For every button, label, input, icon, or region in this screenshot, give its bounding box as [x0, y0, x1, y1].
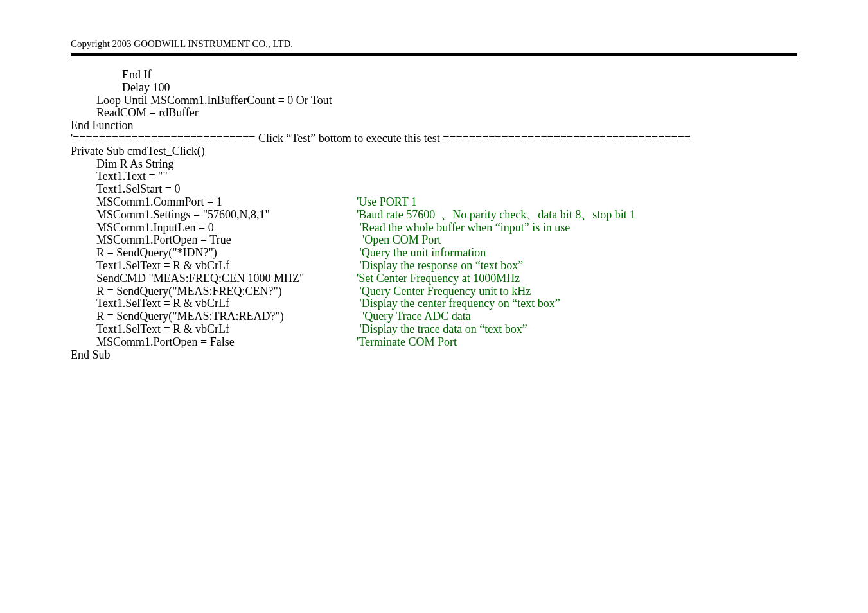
code-line: Private Sub cmdTest_Click()	[71, 145, 797, 158]
code-text: End Sub	[71, 349, 111, 362]
code-line: Text1.Text = ""	[71, 170, 797, 183]
code-line: MSComm1.CommPort = 1'Use PORT 1	[71, 196, 797, 209]
code-text: MSComm1.Settings = "57600,N,8,1"	[71, 209, 357, 222]
code-comment: 'Set Center Frequency at 1000MHz	[357, 272, 520, 285]
code-text: MSComm1.PortOpen = True	[71, 234, 357, 247]
code-text: End If	[71, 69, 151, 82]
code-text: SendCMD "MEAS:FREQ:CEN 1000 MHZ"	[71, 272, 357, 285]
code-line: SendCMD "MEAS:FREQ:CEN 1000 MHZ"'Set Cen…	[71, 272, 797, 285]
code-text: Text1.SelText = R & vbCrLf	[71, 298, 357, 310]
code-line: R = SendQuery("MEAS:FREQ:CEN?") 'Query C…	[71, 285, 797, 298]
code-line: MSComm1.PortOpen = False'Terminate COM P…	[71, 336, 797, 349]
code-comment: 'Open COM Port	[357, 234, 441, 247]
code-text: MSComm1.CommPort = 1	[71, 196, 357, 209]
code-text: R = SendQuery("*IDN?")	[71, 247, 357, 260]
code-comment: 'Query Center Frequency unit to kHz	[357, 285, 531, 298]
code-text: Text1.SelStart = 0	[71, 183, 180, 196]
code-line: Dim R As String	[71, 158, 797, 171]
code-line: MSComm1.InputLen = 0 'Read the whole buf…	[71, 222, 797, 235]
code-line: ReadCOM = rdBuffer	[71, 107, 797, 120]
code-line: End Function	[71, 120, 797, 132]
code-text: MSComm1.InputLen = 0	[71, 222, 357, 235]
code-comment: 'Query Trace ADC data	[357, 310, 471, 323]
code-comment: 'Use PORT 1	[357, 196, 417, 209]
code-block: End IfDelay 100Loop Until MSComm1.InBuff…	[71, 69, 797, 361]
code-text: Text1.SelText = R & vbCrLf	[71, 260, 357, 272]
code-text: '============================ Click “Tes…	[71, 132, 691, 145]
code-line: MSComm1.PortOpen = True 'Open COM Port	[71, 234, 797, 247]
code-text: End Function	[71, 120, 134, 132]
code-text: Delay 100	[71, 82, 170, 94]
code-comment: 'Baud rate 57600 、No parity check、data b…	[357, 209, 635, 222]
code-text: Loop Until MSComm1.InBufferCount = 0 Or …	[71, 94, 332, 107]
code-comment: 'Query the unit information	[357, 247, 486, 260]
code-text: R = SendQuery("MEAS:FREQ:CEN?")	[71, 285, 357, 298]
code-text: MSComm1.PortOpen = False	[71, 336, 357, 349]
code-comment: 'Display the center frequency on “text b…	[357, 298, 560, 310]
code-text: R = SendQuery("MEAS:TRA:READ?")	[71, 310, 357, 323]
code-line: Text1.SelText = R & vbCrLf 'Display the …	[71, 323, 797, 336]
header-rule	[71, 53, 797, 57]
code-line: Loop Until MSComm1.InBufferCount = 0 Or …	[71, 94, 797, 107]
code-text: Text1.SelText = R & vbCrLf	[71, 323, 357, 336]
code-line: Text1.SelStart = 0	[71, 183, 797, 196]
code-comment: 'Display the trace data on “text box”	[357, 323, 527, 336]
code-line: R = SendQuery("MEAS:TRA:READ?") 'Query T…	[71, 310, 797, 323]
code-text: Dim R As String	[71, 158, 174, 171]
code-line: '============================ Click “Tes…	[71, 132, 797, 145]
code-line: Text1.SelText = R & vbCrLf 'Display the …	[71, 298, 797, 310]
code-line: End Sub	[71, 349, 797, 362]
code-line: MSComm1.Settings = "57600,N,8,1"'Baud ra…	[71, 209, 797, 222]
code-line: R = SendQuery("*IDN?") 'Query the unit i…	[71, 247, 797, 260]
code-text: ReadCOM = rdBuffer	[71, 107, 199, 120]
code-line: Text1.SelText = R & vbCrLf 'Display the …	[71, 260, 797, 272]
page-header: Copyright 2003 GOODWILL INSTRUMENT CO., …	[71, 39, 797, 49]
code-text: Text1.Text = ""	[71, 170, 168, 183]
code-text: Private Sub cmdTest_Click()	[71, 145, 205, 158]
code-comment: 'Terminate COM Port	[357, 336, 457, 349]
code-comment: 'Display the response on “text box”	[357, 260, 523, 272]
code-line: End If	[71, 69, 797, 82]
code-comment: 'Read the whole buffer when “input” is i…	[357, 222, 570, 235]
code-line: Delay 100	[71, 82, 797, 94]
